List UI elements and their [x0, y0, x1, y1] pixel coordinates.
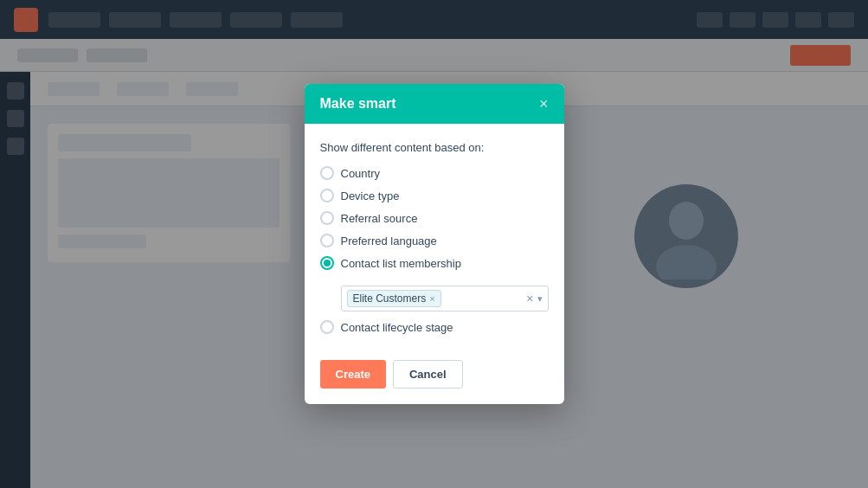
radio-device-type[interactable] — [320, 189, 334, 202]
radio-contact-lifecycle-stage[interactable] — [320, 320, 334, 334]
option-contact-lifecycle-stage-label: Contact lifecycle stage — [341, 321, 453, 334]
option-referral-source-label: Referral source — [341, 212, 418, 225]
tag-input-container[interactable]: Elite Customers × × ▾ — [341, 286, 549, 311]
modal-title: Make smart — [320, 96, 396, 112]
modal-overlay: Make smart × Show different content base… — [0, 0, 868, 488]
option-preferred-language-label: Preferred language — [341, 234, 437, 247]
options-group: Country Device type Referral source Pref… — [320, 166, 549, 334]
tag-remove-button[interactable]: × — [429, 294, 434, 304]
tag-input-dropdown-arrow[interactable]: ▾ — [537, 293, 543, 305]
modal-footer: Create Cancel — [305, 350, 564, 404]
option-referral-source[interactable]: Referral source — [320, 211, 549, 225]
radio-country[interactable] — [320, 166, 334, 180]
option-device-type-label: Device type — [341, 189, 400, 202]
option-contact-list-membership[interactable]: Contact list membership — [320, 256, 549, 270]
option-country-label: Country — [341, 167, 381, 180]
radio-referral-source[interactable] — [320, 211, 334, 225]
option-country[interactable]: Country — [320, 166, 549, 180]
tag-label: Elite Customers — [353, 292, 427, 305]
modal-subtitle: Show different content based on: — [320, 141, 549, 154]
radio-preferred-language[interactable] — [320, 234, 334, 247]
option-contact-lifecycle-stage[interactable]: Contact lifecycle stage — [320, 320, 549, 334]
radio-contact-list-membership[interactable] — [320, 256, 334, 270]
modal-header: Make smart × — [305, 84, 564, 124]
cancel-button[interactable]: Cancel — [393, 360, 463, 388]
option-preferred-language[interactable]: Preferred language — [320, 234, 549, 247]
modal-close-button[interactable]: × — [539, 96, 549, 112]
make-smart-modal: Make smart × Show different content base… — [305, 84, 564, 404]
tag-elite-customers: Elite Customers × — [347, 290, 441, 307]
tag-input-clear-button[interactable]: × — [526, 292, 533, 305]
create-button[interactable]: Create — [320, 360, 386, 388]
modal-body: Show different content based on: Country… — [305, 124, 564, 350]
option-device-type[interactable]: Device type — [320, 189, 549, 202]
option-contact-list-membership-label: Contact list membership — [341, 257, 461, 270]
